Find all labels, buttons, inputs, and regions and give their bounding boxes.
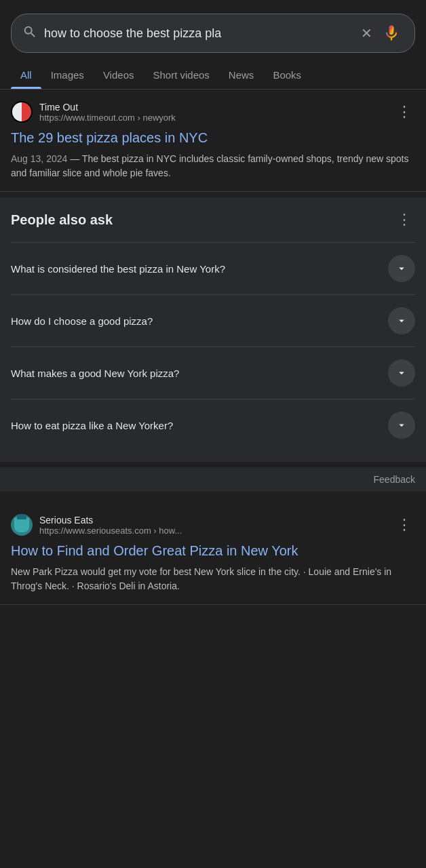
paa-item-1[interactable]: How do I choose a good pizza? — [11, 294, 415, 347]
tab-short-videos[interactable]: Short videos — [143, 61, 218, 89]
feedback-row: Feedback — [0, 467, 426, 497]
result-snippet-text-timeout: — The best pizza in NYC includes classic… — [11, 153, 408, 178]
source-info-timeout: Time Out https://www.timeout.com › newyo… — [11, 101, 176, 123]
favicon-timeout-left — [12, 102, 22, 121]
tab-all[interactable]: All — [11, 61, 41, 89]
chevron-circle-3[interactable] — [388, 412, 415, 439]
source-url-seriouseats: https://www.seriouseats.com › how... — [39, 526, 182, 536]
search-input-text: how to choose the best pizza pla — [44, 26, 354, 41]
paa-item-2[interactable]: What makes a good New York pizza? — [11, 347, 415, 399]
tab-books[interactable]: Books — [263, 61, 311, 89]
chevron-circle-2[interactable] — [388, 359, 415, 387]
source-info-seriouseats: Serious Eats https://www.seriouseats.com… — [11, 514, 182, 536]
source-name-seriouseats: Serious Eats — [39, 515, 182, 526]
tabs-container: All Images Videos Short videos News Book… — [0, 61, 426, 90]
search-bar[interactable]: how to choose the best pizza pla ✕ — [11, 14, 415, 53]
search-icon — [22, 24, 37, 43]
search-bar-container: how to choose the best pizza pla ✕ — [0, 0, 426, 61]
favicon-timeout-inner — [12, 102, 31, 121]
result-card-timeout: Time Out https://www.timeout.com › newyo… — [0, 90, 426, 192]
more-options-seriouseats[interactable]: ⋮ — [394, 513, 415, 536]
source-row-seriouseats: Serious Eats https://www.seriouseats.com… — [11, 513, 415, 536]
paa-title: People also ask — [11, 212, 113, 228]
source-name-timeout: Time Out — [39, 102, 176, 113]
paa-item-0[interactable]: What is considered the best pizza in New… — [11, 242, 415, 294]
result-snippet-timeout: Aug 13, 2024 — The best pizza in NYC inc… — [11, 152, 415, 180]
result-title-seriouseats[interactable]: How to Find and Order Great Pizza in New… — [11, 542, 415, 559]
source-row-timeout: Time Out https://www.timeout.com › newyo… — [11, 100, 415, 123]
mic-icon[interactable] — [379, 21, 404, 45]
paa-item-3[interactable]: How to eat pizza like a New Yorker? — [11, 399, 415, 451]
source-name-url-timeout: Time Out https://www.timeout.com › newyo… — [39, 102, 176, 123]
paa-header: People also ask ⋮ — [11, 208, 415, 231]
favicon-seriouseats — [11, 514, 33, 536]
clear-icon[interactable]: ✕ — [361, 25, 372, 41]
tab-news[interactable]: News — [219, 61, 264, 89]
paa-question-2: What makes a good New York pizza? — [11, 366, 388, 380]
favicon-timeout — [11, 101, 33, 123]
tab-videos[interactable]: Videos — [94, 61, 144, 89]
result-snippet-seriouseats: New Park Pizza would get my vote for bes… — [11, 565, 415, 593]
result-title-timeout[interactable]: The 29 best pizza places in NYC — [11, 129, 415, 146]
more-options-paa[interactable]: ⋮ — [394, 208, 415, 231]
tab-images[interactable]: Images — [41, 61, 94, 89]
paa-question-1: How do I choose a good pizza? — [11, 314, 388, 328]
source-url-timeout: https://www.timeout.com › newyork — [39, 113, 176, 123]
more-options-timeout[interactable]: ⋮ — [394, 100, 415, 123]
paa-question-3: How to eat pizza like a New Yorker? — [11, 418, 388, 433]
favicon-timeout-right — [22, 102, 31, 121]
chevron-circle-0[interactable] — [388, 255, 415, 282]
people-also-ask-section: People also ask ⋮ What is considered the… — [0, 192, 426, 467]
result-date-timeout: Aug 13, 2024 — [11, 153, 67, 164]
chevron-circle-1[interactable] — [388, 307, 415, 334]
source-name-url-seriouseats: Serious Eats https://www.seriouseats.com… — [39, 515, 182, 536]
favicon-seriouseats-inner — [14, 517, 29, 532]
paa-question-0: What is considered the best pizza in New… — [11, 262, 388, 276]
feedback-button[interactable]: Feedback — [374, 474, 415, 485]
result-card-seriouseats: Serious Eats https://www.seriouseats.com… — [0, 502, 426, 605]
